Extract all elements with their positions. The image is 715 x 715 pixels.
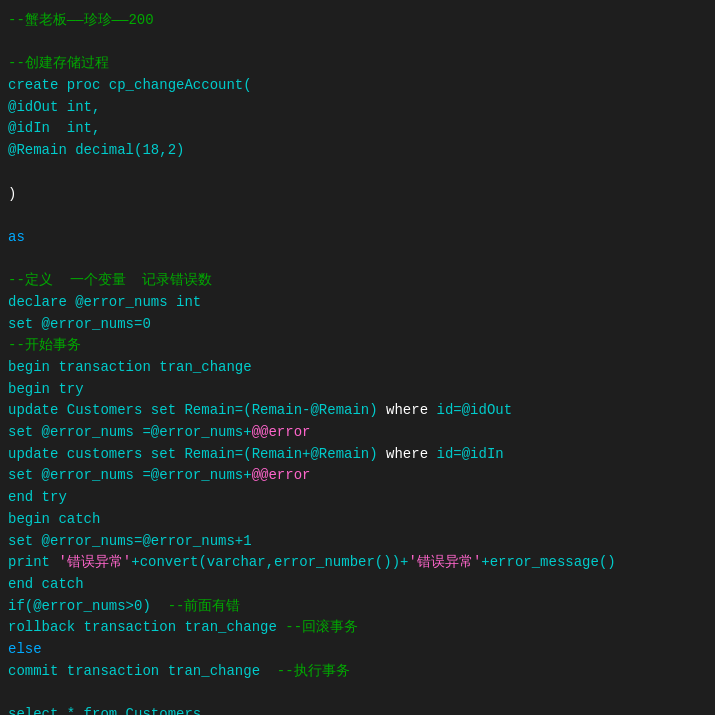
code-line: set @error_nums =@error_nums+@@error	[8, 465, 707, 487]
code-segment: as	[8, 229, 25, 245]
code-segment: print	[8, 554, 58, 570]
code-segment: +error_message()	[481, 554, 615, 570]
code-line: begin try	[8, 379, 707, 401]
code-segment: @@error	[252, 424, 311, 440]
code-segment: @idIn int,	[8, 120, 100, 136]
code-segment: update Customers set Remain=(Remain-@Rem…	[8, 402, 386, 418]
code-segment: where	[386, 402, 428, 418]
code-line: --创建存储过程	[8, 53, 707, 75]
code-line: --定义 一个变量 记录错误数	[8, 270, 707, 292]
code-segment: id=@idIn	[428, 446, 504, 462]
code-line: --蟹老板——珍珍——200	[8, 10, 707, 32]
code-segment: declare @error_nums int	[8, 294, 201, 310]
code-line	[8, 32, 707, 54]
code-segment: else	[8, 641, 42, 657]
code-segment: @idOut int,	[8, 99, 100, 115]
code-segment: begin transaction tran_change	[8, 359, 252, 375]
code-segment: rollback transaction tran_change	[8, 619, 285, 635]
code-line: end try	[8, 487, 707, 509]
code-line: update customers set Remain=(Remain+@Rem…	[8, 444, 707, 466]
code-segment: '错误异常'	[408, 554, 481, 570]
code-segment: create proc cp_changeAccount(	[8, 77, 252, 93]
code-line: begin transaction tran_change	[8, 357, 707, 379]
code-line: @idIn int,	[8, 118, 707, 140]
code-line	[8, 682, 707, 704]
code-segment: update customers set Remain=(Remain+@Rem…	[8, 446, 386, 462]
code-segment: --开始事务	[8, 337, 81, 353]
code-line: set @error_nums=@error_nums+1	[8, 531, 707, 553]
code-segment: end catch	[8, 576, 84, 592]
code-segment: @@error	[252, 467, 311, 483]
code-line: set @error_nums =@error_nums+@@error	[8, 422, 707, 444]
code-segment: id=@idOut	[428, 402, 512, 418]
code-segment: begin catch	[8, 511, 100, 527]
code-line: if(@error_nums>0) --前面有错	[8, 596, 707, 618]
code-line: begin catch	[8, 509, 707, 531]
code-editor: --蟹老板——珍珍——200 --创建存储过程create proc cp_ch…	[8, 10, 707, 715]
code-line: --开始事务	[8, 335, 707, 357]
code-segment: +convert(varchar,error_number())+	[131, 554, 408, 570]
code-segment: --执行事务	[277, 663, 350, 679]
code-segment: where	[386, 446, 428, 462]
code-line	[8, 249, 707, 271]
code-segment: @Remain decimal(18,2)	[8, 142, 184, 158]
code-line: commit transaction tran_change --执行事务	[8, 661, 707, 683]
code-line: @Remain decimal(18,2)	[8, 140, 707, 162]
code-line: update Customers set Remain=(Remain-@Rem…	[8, 400, 707, 422]
code-segment: set @error_nums=0	[8, 316, 151, 332]
code-line	[8, 162, 707, 184]
code-line: select * from Customers	[8, 704, 707, 715]
code-line: @idOut int,	[8, 97, 707, 119]
code-segment: set @error_nums=@error_nums+1	[8, 533, 252, 549]
code-line: rollback transaction tran_change --回滚事务	[8, 617, 707, 639]
code-segment: end try	[8, 489, 67, 505]
code-segment: --蟹老板——珍珍——200	[8, 12, 154, 28]
code-line: create proc cp_changeAccount(	[8, 75, 707, 97]
code-line: declare @error_nums int	[8, 292, 707, 314]
code-line	[8, 205, 707, 227]
code-line: )	[8, 184, 707, 206]
code-segment: if(@error_nums>0)	[8, 598, 168, 614]
code-segment: --创建存储过程	[8, 55, 109, 71]
code-line: as	[8, 227, 707, 249]
code-segment: commit transaction tran_change	[8, 663, 277, 679]
code-line: end catch	[8, 574, 707, 596]
code-segment: '错误异常'	[58, 554, 131, 570]
code-segment: select * from Customers	[8, 706, 201, 715]
code-line: else	[8, 639, 707, 661]
code-segment: --回滚事务	[285, 619, 358, 635]
code-line: set @error_nums=0	[8, 314, 707, 336]
code-segment: )	[8, 186, 16, 202]
code-segment: --前面有错	[168, 598, 241, 614]
code-segment: set @error_nums =@error_nums+	[8, 467, 252, 483]
code-segment: --定义 一个变量 记录错误数	[8, 272, 212, 288]
code-line: print '错误异常'+convert(varchar,error_numbe…	[8, 552, 707, 574]
code-segment: begin try	[8, 381, 84, 397]
code-segment: set @error_nums =@error_nums+	[8, 424, 252, 440]
